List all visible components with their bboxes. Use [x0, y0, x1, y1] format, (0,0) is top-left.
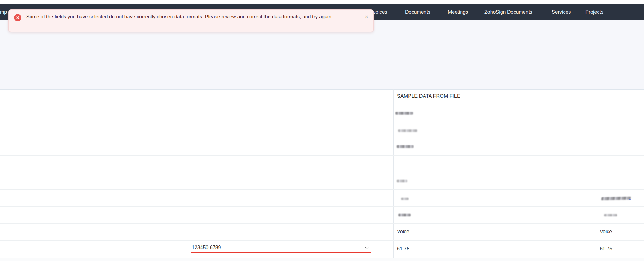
- band-divider: [0, 44, 644, 44]
- dropdown-value: 123450.6789: [192, 245, 221, 250]
- row-divider: [0, 138, 644, 138]
- more-menu-icon[interactable]: ···: [617, 4, 623, 20]
- redacted-sample-smudge: [398, 214, 411, 216]
- row-divider: [0, 206, 644, 207]
- close-icon[interactable]: ×: [365, 13, 368, 21]
- redacted-sample-smudge: [397, 180, 407, 182]
- sample-cell-value-1: 61.75: [397, 246, 409, 252]
- row-divider: [0, 189, 644, 190]
- row-divider: [0, 172, 644, 172]
- toast-message: Some of the fields you have selected do …: [26, 14, 356, 20]
- redacted-sample-smudge: [398, 129, 417, 132]
- redacted-sample-smudge: [395, 112, 413, 115]
- top-strip: [0, 0, 644, 4]
- import-field-mapping-page: mp Invoices Documents Meetings ZohoSign …: [0, 0, 644, 261]
- error-underline: [191, 252, 371, 253]
- error-icon: [14, 14, 21, 21]
- nav-item-partial[interactable]: mp: [0, 4, 7, 20]
- sample-cell-voice-2: Voice: [600, 229, 612, 235]
- sample-cell-value-2: 61.75: [600, 246, 612, 252]
- nav-item-zohosign-documents[interactable]: ZohoSign Documents: [484, 4, 532, 20]
- row-divider: [0, 223, 644, 224]
- redacted-sample-smudge: [629, 199, 631, 200]
- nav-item-projects[interactable]: Projects: [585, 4, 603, 20]
- band-divider: [0, 59, 644, 59]
- nav-item-services[interactable]: Services: [552, 4, 571, 20]
- sample-data-header-label: SAMPLE DATA FROM FILE: [397, 90, 460, 103]
- nav-item-documents[interactable]: Documents: [405, 4, 430, 20]
- redacted-sample-smudge: [601, 197, 631, 200]
- sample-cell-voice-1: Voice: [397, 229, 409, 235]
- nav-item-meetings[interactable]: Meetings: [448, 4, 468, 20]
- redacted-sample-smudge: [604, 214, 617, 216]
- chevron-down-icon: [365, 245, 369, 249]
- table-header-row: SAMPLE DATA FROM FILE: [0, 89, 644, 103]
- row-divider: [0, 155, 644, 156]
- redacted-sample-smudge: [397, 145, 414, 148]
- redacted-sample-smudge: [401, 198, 409, 200]
- field-format-dropdown[interactable]: 123450.6789: [191, 240, 371, 258]
- error-toast: Some of the fields you have selected do …: [8, 9, 374, 32]
- row-divider: [0, 121, 644, 121]
- next-row-strip: [0, 258, 644, 261]
- column-divider: [393, 89, 394, 261]
